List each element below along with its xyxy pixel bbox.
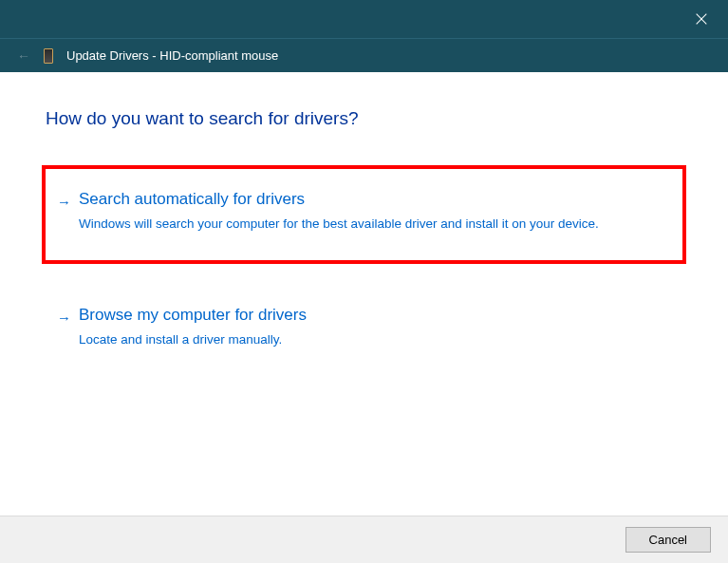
dialog-footer: Cancel xyxy=(0,516,728,563)
cancel-button[interactable]: Cancel xyxy=(625,527,711,553)
option-search-automatically[interactable]: → Search automatically for drivers Windo… xyxy=(42,165,686,264)
option-text: Browse my computer for drivers Locate an… xyxy=(79,306,665,349)
option-title: Search automatically for drivers xyxy=(79,190,665,209)
dialog-content: How do you want to search for drivers? →… xyxy=(0,72,728,375)
arrow-right-icon: → xyxy=(57,310,71,326)
option-browse-computer[interactable]: → Browse my computer for drivers Locate … xyxy=(46,285,682,376)
question-heading: How do you want to search for drivers? xyxy=(46,108,682,129)
option-description: Locate and install a driver manually. xyxy=(79,330,665,349)
option-description: Windows will search your computer for th… xyxy=(79,215,665,234)
back-arrow-icon[interactable]: ← xyxy=(17,49,30,63)
titlebar xyxy=(0,0,728,38)
option-title: Browse my computer for drivers xyxy=(79,306,665,325)
dialog-header: ← Update Drivers - HID-compliant mouse xyxy=(0,38,728,72)
dialog-title: Update Drivers - HID-compliant mouse xyxy=(66,48,278,63)
arrow-right-icon: → xyxy=(57,194,71,210)
option-text: Search automatically for drivers Windows… xyxy=(79,190,665,234)
device-icon xyxy=(44,48,53,64)
close-icon[interactable] xyxy=(692,9,711,28)
